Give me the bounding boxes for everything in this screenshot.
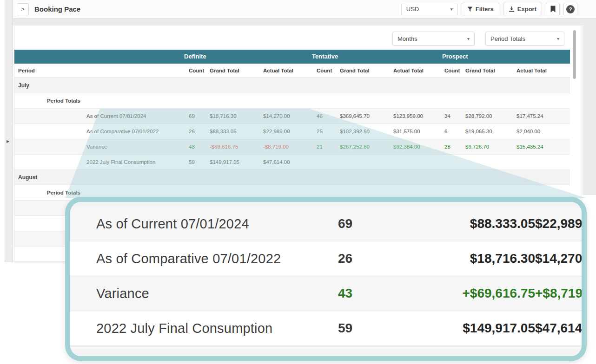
- column-header: Grand Total: [210, 68, 263, 73]
- table-row[interactable]: 2022 July Final Consumption59$149,917.05…: [14, 155, 570, 170]
- row-label: Variance: [14, 144, 189, 150]
- table-row[interactable]: July: [14, 78, 570, 93]
- group-by-value: Months: [397, 35, 417, 42]
- row-cell: 43: [189, 144, 210, 150]
- row-label: July: [14, 82, 189, 89]
- page-gutter-top: [13, 19, 596, 26]
- callout-row-label: As of Comparative 07/01/2022: [70, 251, 338, 266]
- column-header: Grand Total: [465, 68, 517, 73]
- help-button[interactable]: ?: [563, 3, 577, 15]
- download-icon: [509, 6, 515, 12]
- row-label: August: [14, 174, 189, 181]
- row-cell: 34: [444, 113, 465, 119]
- row-cell: $47,614.00: [263, 159, 317, 165]
- group-definite-label: Definite: [184, 53, 206, 60]
- zoom-callout: As of Current 07/01/202469$88.333.05$22,…: [65, 197, 587, 361]
- row-cell: $18,716.30: [210, 113, 263, 119]
- callout-row-grand-total: $149,917.05: [384, 321, 535, 336]
- row-cell: 26: [189, 129, 210, 134]
- row-cell: $31,575.00: [393, 129, 444, 134]
- callout-row-actual-total: $22,989.00: [535, 216, 587, 231]
- table-row[interactable]: As of Current 07/01/202469$18,716.30$14,…: [14, 109, 570, 124]
- callout-row-actual-total: $47,614.00: [535, 321, 587, 336]
- group-prospect-label: Prospect: [442, 53, 468, 60]
- booking-pace-screen: ▶ > Booking Pace USD ▾ Filters E: [0, 0, 596, 364]
- row-label: As of Comparative 07/01/2022: [14, 129, 189, 134]
- filters-button[interactable]: Filters: [462, 3, 499, 15]
- caret-down-icon: ▾: [552, 36, 559, 41]
- row-cell: $14,270.00: [263, 113, 317, 119]
- table-row[interactable]: Period Totals: [14, 93, 570, 109]
- bookmark-icon: [550, 6, 556, 13]
- expand-rail-icon: ▶: [7, 139, 9, 143]
- row-cell: 59: [189, 159, 210, 165]
- group-by-select[interactable]: Months ▾: [392, 32, 475, 46]
- filters-label: Filters: [476, 6, 494, 13]
- row-cell: 6: [444, 129, 465, 134]
- row-cell: $102,392.90: [340, 129, 393, 134]
- funnel-icon: [467, 6, 473, 12]
- row-cell: $369,645.70: [340, 113, 393, 119]
- callout-row-count: 69: [338, 216, 384, 231]
- table-row[interactable]: Variance43-$69,616.75-$8,719.0021$267,25…: [14, 139, 570, 155]
- column-header: Actual Total: [263, 68, 317, 73]
- page-gutter-right: [583, 26, 596, 195]
- toolbar-actions: USD ▾ Filters Export: [401, 3, 596, 15]
- row-label: As of Current 07/01/2024: [14, 113, 189, 119]
- row-cell: 69: [189, 113, 210, 119]
- bookmark-button[interactable]: [546, 3, 560, 15]
- callout-row-actual-total: +$8,719.00: [535, 286, 587, 301]
- callout-row-label: As of Current 07/01/2024: [70, 216, 338, 232]
- expand-panel-button[interactable]: >: [17, 3, 29, 15]
- callout-row: 2022 July Final Consumption59$149,917.05…: [70, 311, 582, 346]
- row-cell: $92,384.00: [393, 144, 444, 150]
- row-label: 2022 July Final Consumption: [14, 159, 189, 165]
- row-cell: $9,726.70: [465, 144, 517, 150]
- period-column-label: Period: [14, 68, 189, 73]
- table-row[interactable]: August: [14, 170, 570, 185]
- row-cell: 21: [317, 144, 340, 150]
- callout-row: As of Current 07/01/202469$88.333.05$22,…: [70, 207, 582, 241]
- currency-select[interactable]: USD ▾: [401, 3, 458, 15]
- callout-row-count: 59: [338, 321, 384, 336]
- callout-row-count: 26: [338, 251, 384, 266]
- table-row[interactable]: As of Comparative 07/01/202226$88,333.05…: [14, 124, 570, 139]
- row-cell: -$69,616.75: [210, 144, 263, 150]
- column-header: Count: [189, 68, 210, 73]
- row-cell: $123,959.00: [393, 113, 444, 119]
- export-label: Export: [517, 6, 536, 13]
- totals-mode-value: Period Totals: [490, 35, 525, 42]
- callout-row-grand-total: +$69,616.75: [384, 286, 535, 301]
- callout-rows: As of Current 07/01/202469$88.333.05$22,…: [70, 207, 582, 346]
- row-cell: $22,989.00: [263, 129, 317, 134]
- help-icon: ?: [566, 5, 575, 13]
- row-label: Period Totals: [14, 190, 189, 195]
- group-tentative-label: Tentative: [312, 53, 338, 60]
- row-cell: $28,792.00: [465, 113, 517, 119]
- column-header: Actual Total: [517, 68, 570, 73]
- currency-value: USD: [406, 6, 419, 13]
- callout-row-count: 43: [338, 286, 384, 301]
- callout-row: Variance43+$69,616.75+$8,719.00: [70, 276, 582, 311]
- chevron-right-icon: >: [21, 6, 25, 12]
- caret-down-icon: ▾: [463, 36, 470, 41]
- caret-down-icon: ▾: [446, 6, 453, 12]
- collapsed-sidebar-rail[interactable]: ▶: [5, 0, 13, 262]
- row-cell: 28: [444, 144, 465, 150]
- table-group-header: Definite Tentative Prospect: [14, 50, 570, 64]
- callout-row-label: 2022 July Final Consumption: [70, 321, 338, 336]
- callout-row-label: Variance: [70, 286, 338, 301]
- export-button[interactable]: Export: [503, 3, 542, 15]
- row-cell: $88,333.05: [210, 129, 263, 134]
- totals-mode-select[interactable]: Period Totals ▾: [485, 32, 564, 46]
- row-cell: $267,252.80: [340, 144, 393, 150]
- row-label: Period Totals: [14, 98, 189, 104]
- row-cell: $15,435.24: [517, 144, 570, 150]
- row-cell: $19,065.30: [465, 129, 517, 134]
- callout-row-grand-total: $18,716.30: [384, 251, 535, 266]
- row-cell: $17,475.24: [517, 113, 570, 119]
- vertical-scrollbar-thumb[interactable]: [573, 30, 576, 79]
- callout-row: As of Comparative 07/01/202226$18,716.30…: [70, 241, 582, 276]
- callout-row-actual-total: $14,270.00: [535, 251, 587, 266]
- callout-top-strip: [70, 202, 582, 207]
